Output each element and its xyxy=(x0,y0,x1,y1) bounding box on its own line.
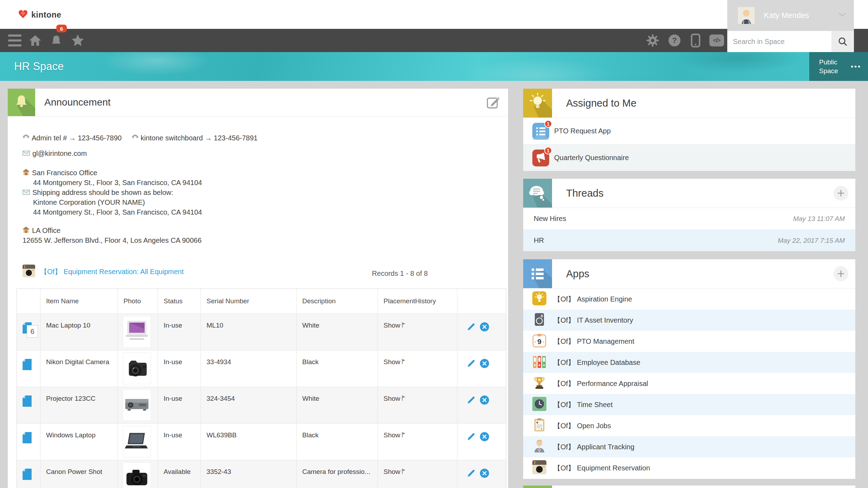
item-photo[interactable] xyxy=(123,389,151,421)
person-icon xyxy=(532,439,546,455)
placement-show-link[interactable]: Show xyxy=(384,395,400,403)
app-item[interactable]: 【Of】 Time Sheet xyxy=(523,394,855,415)
edit-announcement-button[interactable] xyxy=(486,95,500,110)
add-thread-button[interactable] xyxy=(834,186,848,201)
kintone-logo[interactable]: kintone xyxy=(18,10,61,20)
app-list-icon xyxy=(523,259,552,290)
placement-show-link[interactable]: Show xyxy=(384,431,400,439)
thread-item[interactable]: New Hires May 13 11:07 AM xyxy=(523,208,855,229)
mobile-icon[interactable] xyxy=(688,29,704,52)
item-photo[interactable] xyxy=(123,426,151,457)
app-item[interactable]: 【Of】 Aspiration Engine xyxy=(523,289,855,310)
user-name: Katy Mendes xyxy=(764,11,809,20)
edit-record-icon[interactable] xyxy=(467,469,476,488)
kintone-heart-icon xyxy=(18,10,28,20)
brand-text: kintone xyxy=(31,10,61,20)
menu-icon[interactable] xyxy=(7,29,23,52)
add-app-button[interactable] xyxy=(834,266,848,281)
app-item[interactable]: 【Of】 Employee Database xyxy=(523,352,855,373)
announcement-contact-line: Admin tel # → 123-456-7890 kintone switc… xyxy=(23,134,258,142)
delete-record-icon[interactable] xyxy=(480,469,489,488)
status: In-use xyxy=(158,314,201,350)
space-options[interactable]: Public Space ••• xyxy=(809,52,868,81)
table-row: 6 Mac Laptop 10 In-use ML10 White Show xyxy=(17,313,506,350)
item-photo[interactable] xyxy=(123,353,151,384)
announcement-header: Announcement xyxy=(8,89,508,116)
next-panel-cutoff xyxy=(523,486,855,488)
edit-record-icon[interactable] xyxy=(467,359,476,387)
assigned-header: Assigned to Me xyxy=(523,89,855,118)
flag-icon xyxy=(402,322,406,329)
threads-title: Threads xyxy=(566,188,603,199)
item-name: Canon Power Shot xyxy=(40,460,118,488)
more-options-icon[interactable]: ••• xyxy=(851,63,861,71)
record-icon[interactable] xyxy=(23,395,32,408)
notifications-bell-icon[interactable]: 6 xyxy=(49,29,64,52)
search-input[interactable] xyxy=(727,31,831,52)
serial-number: 3352-43 xyxy=(201,460,296,488)
app-item[interactable]: 【Of】 Applicant Tracking xyxy=(523,436,855,457)
description: Black xyxy=(296,350,378,387)
col-placement: PlacementHistory xyxy=(378,289,457,313)
home-icon xyxy=(23,169,30,177)
item-photo[interactable] xyxy=(123,316,151,348)
delete-record-icon[interactable] xyxy=(480,395,489,423)
app-item[interactable]: 【Of】 IT Asset Inventory xyxy=(523,310,855,331)
assigned-item[interactable]: 1 Quarterly Questionnaire xyxy=(523,144,855,171)
home-icon[interactable] xyxy=(27,29,43,52)
delete-record-icon[interactable] xyxy=(480,322,489,350)
user-menu[interactable]: Katy Mendes xyxy=(727,0,854,31)
megaphone-icon xyxy=(532,161,549,167)
calendar-icon: 9 xyxy=(532,334,546,349)
thread-timestamp: May 22, 2017 7:15 AM xyxy=(778,237,845,245)
kintone-portal: kintone 6 ? </> Katy Mendes xyxy=(0,0,868,488)
code-icon[interactable]: </> xyxy=(708,29,726,52)
comment-count-badge[interactable]: 6 xyxy=(27,325,38,338)
public-space-badge: Public Space xyxy=(819,58,847,75)
clock-icon xyxy=(532,397,546,412)
description: Camera for professio... xyxy=(296,460,378,488)
app-item[interactable]: 【Of】 Performance Appraisal xyxy=(523,373,855,394)
record-icon[interactable] xyxy=(23,469,32,482)
app-item[interactable]: 【Of】 Open Jobs xyxy=(523,415,855,436)
sf-address-line: 44 Montgomery St., Floor 3, San Francisc… xyxy=(33,179,202,187)
assigned-item[interactable]: 1 PTO Request App xyxy=(523,118,855,144)
flag-icon xyxy=(402,395,406,403)
unread-count-badge: 1 xyxy=(544,147,552,154)
device-icon xyxy=(532,312,546,328)
record-icon[interactable] xyxy=(23,432,32,445)
item-photo[interactable] xyxy=(123,462,151,488)
app-item[interactable]: 9 【Of】 PTO Management xyxy=(523,331,855,352)
item-name: Nikon Digital Camera xyxy=(40,350,118,387)
search-button[interactable] xyxy=(831,31,854,52)
gear-icon[interactable] xyxy=(645,29,661,52)
camera-app-icon xyxy=(23,265,35,279)
equipment-table: Item Name Photo Status Serial Number Des… xyxy=(17,289,506,488)
favorites-star-icon[interactable] xyxy=(70,29,86,52)
delete-record-icon[interactable] xyxy=(480,359,489,387)
placement-show-link[interactable]: Show xyxy=(384,322,400,329)
email-text: gl@kirintone.com xyxy=(32,150,87,158)
edit-record-icon[interactable] xyxy=(467,432,476,460)
col-item-name: Item Name xyxy=(40,289,118,313)
records-count: Records 1 - 8 of 8 xyxy=(372,270,428,278)
table-row: Windows Laptop In-use WL639BB Black Show xyxy=(17,423,506,460)
space-cover: HR Space Public Space ••• xyxy=(0,52,868,81)
placement-show-link[interactable]: Show xyxy=(384,358,400,366)
help-icon[interactable]: ? xyxy=(666,29,683,52)
mail-icon xyxy=(23,189,30,197)
table-row: Canon Power Shot Available 3352-43 Camer… xyxy=(17,460,506,488)
thread-item[interactable]: HR May 22, 2017 7:15 AM xyxy=(523,229,855,251)
record-icon[interactable] xyxy=(23,359,32,372)
placement-show-link[interactable]: Show xyxy=(384,468,400,476)
apps-title: Apps xyxy=(566,268,589,280)
app-item[interactable]: 【Of】 Equipment Reservation xyxy=(523,457,855,479)
edit-record-icon[interactable] xyxy=(467,322,476,350)
pto-request-icon xyxy=(532,135,549,141)
edit-record-icon[interactable] xyxy=(467,395,476,423)
delete-record-icon[interactable] xyxy=(480,432,489,460)
apps-header: Apps xyxy=(523,259,855,289)
equipment-reservation-link[interactable]: 【Of】 Equipment Reservation: All Equipmen… xyxy=(40,267,184,277)
space-search xyxy=(727,31,854,52)
shipping-address-line: 44 Montgomery St., Floor 3, San Francisc… xyxy=(33,208,202,216)
